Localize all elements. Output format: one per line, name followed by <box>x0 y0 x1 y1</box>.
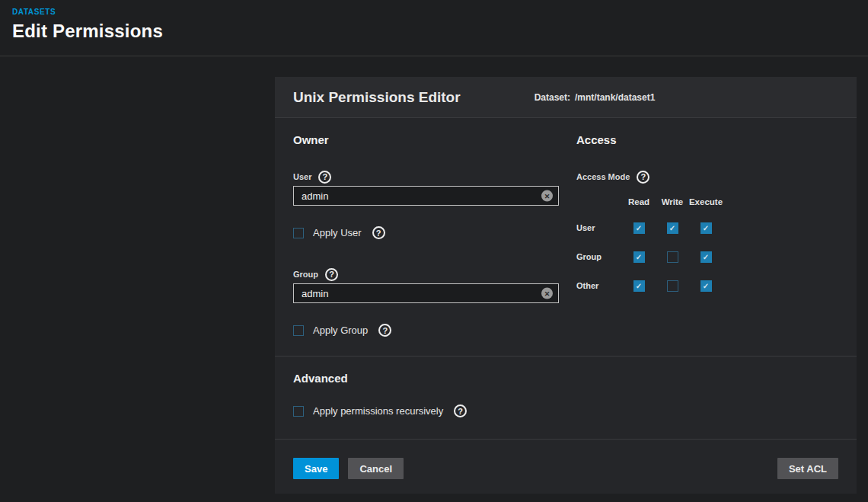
row-label-group: Group <box>576 242 622 271</box>
clear-icon[interactable]: ✕ <box>541 190 553 202</box>
access-heading: Access <box>576 133 838 146</box>
user-input[interactable] <box>293 186 559 206</box>
advanced-heading: Advanced <box>293 372 838 385</box>
user-label-row: User ? <box>293 169 559 184</box>
help-icon[interactable]: ? <box>372 226 385 239</box>
save-button[interactable]: Save <box>293 458 339 479</box>
other-execute-checkbox[interactable]: ✓ <box>700 280 712 292</box>
user-write-checkbox[interactable]: ✓ <box>667 222 678 234</box>
group-label: Group <box>293 270 318 279</box>
apply-user-label: Apply User <box>313 227 362 238</box>
unix-permissions-card: Unix Permissions Editor Dataset: /mnt/ta… <box>275 77 857 494</box>
grid-corner <box>576 190 622 213</box>
page-title: Edit Permissions <box>12 21 868 42</box>
access-mode-grid: Read Write Execute User ✓ ✓ ✓ Group ✓ ✓ … <box>576 190 838 300</box>
card-header: Unix Permissions Editor Dataset: /mnt/ta… <box>275 77 857 118</box>
user-read-checkbox[interactable]: ✓ <box>633 222 645 234</box>
apply-group-label: Apply Group <box>313 325 368 336</box>
apply-group-checkbox[interactable] <box>293 325 304 336</box>
apply-user-checkbox[interactable] <box>293 228 304 238</box>
dataset-value: /mnt/tank/dataset1 <box>575 92 655 103</box>
group-read-checkbox[interactable]: ✓ <box>633 251 645 263</box>
set-acl-button[interactable]: Set ACL <box>777 458 838 479</box>
group-input[interactable] <box>293 283 559 303</box>
page-header: DATASETS Edit Permissions <box>0 0 868 56</box>
access-mode-row: Access Mode ? <box>576 169 838 184</box>
other-write-checkbox[interactable] <box>667 280 678 292</box>
actions-bar: Save Cancel Set ACL <box>275 439 857 497</box>
recursive-checkbox[interactable] <box>293 406 304 417</box>
apply-user-row: Apply User ? <box>293 226 559 239</box>
group-execute-checkbox[interactable]: ✓ <box>700 251 712 263</box>
help-icon[interactable]: ? <box>454 404 467 417</box>
group-input-wrap: ✕ <box>293 283 559 303</box>
access-section: Access Access Mode ? Read Write Execute … <box>576 118 857 356</box>
user-input-wrap: ✕ <box>293 186 559 206</box>
dataset-label: Dataset: <box>535 92 570 103</box>
card-body: Owner User ? ✕ Apply User ? Group ? ✕ <box>275 118 857 356</box>
access-mode-label: Access Mode <box>576 172 630 181</box>
group-write-checkbox[interactable] <box>667 251 678 263</box>
user-execute-checkbox[interactable]: ✓ <box>700 222 712 234</box>
col-header-write: Write <box>656 190 689 213</box>
advanced-section: Advanced Apply permissions recursively ? <box>275 356 857 439</box>
row-label-user: User <box>576 213 622 242</box>
cancel-button[interactable]: Cancel <box>348 458 404 479</box>
recursive-label: Apply permissions recursively <box>313 405 443 417</box>
help-icon[interactable]: ? <box>318 171 331 184</box>
breadcrumb-datasets[interactable]: DATASETS <box>12 8 868 16</box>
group-label-row: Group ? <box>293 267 559 282</box>
col-header-execute: Execute <box>689 190 723 213</box>
col-header-read: Read <box>622 190 656 213</box>
user-label: User <box>293 172 311 181</box>
owner-section: Owner User ? ✕ Apply User ? Group ? ✕ <box>275 118 576 356</box>
help-icon[interactable]: ? <box>378 324 391 337</box>
dataset-path: Dataset: /mnt/tank/dataset1 <box>535 92 656 103</box>
help-icon[interactable]: ? <box>637 171 649 184</box>
card-title: Unix Permissions Editor <box>293 89 461 106</box>
recursive-row: Apply permissions recursively ? <box>293 404 838 417</box>
owner-heading: Owner <box>293 133 559 146</box>
row-label-other: Other <box>576 271 622 300</box>
apply-group-row: Apply Group ? <box>293 324 559 337</box>
clear-icon[interactable]: ✕ <box>541 288 553 299</box>
help-icon[interactable]: ? <box>325 268 338 281</box>
other-read-checkbox[interactable]: ✓ <box>633 280 645 292</box>
